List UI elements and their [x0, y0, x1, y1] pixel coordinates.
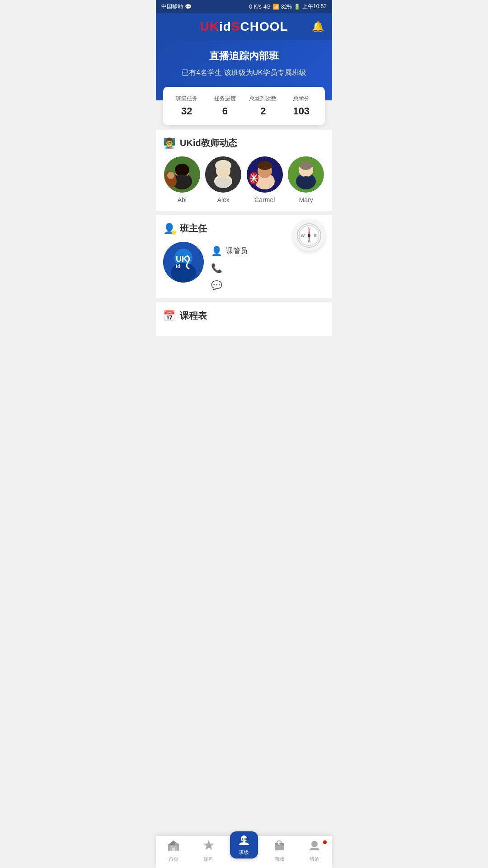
status-left: 中国移动 💬: [161, 3, 192, 10]
teacher-name-alex: Alex: [217, 196, 230, 203]
teacher-avatar-mary: [288, 156, 324, 193]
stat-class-tasks-label: 班级任务: [168, 95, 206, 103]
svg-point-34: [308, 234, 310, 237]
stat-checkin-count: 总签到次数 2: [244, 95, 282, 117]
logo-uk: UK: [200, 19, 219, 33]
class-teacher-title: 班主任: [180, 222, 207, 235]
app-logo: UKidSCHOOL: [200, 19, 288, 34]
course-section: 📅 课程表: [156, 302, 332, 336]
svg-point-26: [297, 176, 315, 189]
status-bar: 中国移动 💬 0 K/s 4G 📶 82% 🔋 上午10:53: [156, 0, 332, 13]
app-header: UKidSCHOOL 🔔: [156, 13, 332, 40]
svg-text:UK: UK: [176, 255, 188, 264]
svg-point-37: [171, 263, 196, 283]
stat-checkin-count-value: 2: [244, 105, 282, 117]
teacher-phone-row[interactable]: 📞: [211, 263, 248, 274]
teacher-item-carmel[interactable]: Carmel: [247, 156, 283, 203]
logo-chool: CHOOL: [240, 19, 288, 33]
stat-class-tasks-value: 32: [168, 105, 206, 117]
stat-total-credits-value: 103: [282, 105, 321, 117]
svg-point-21: [258, 161, 272, 170]
teacher-item-alex[interactable]: Alex: [205, 156, 241, 203]
svg-text:E: E: [314, 233, 317, 238]
banner-title: 直播追踪内部班: [165, 49, 323, 63]
stats-card: 班级任务 32 任务进度 6 总签到次数 2 总学分 103: [163, 87, 325, 125]
teacher-avatar-abi: [164, 156, 200, 193]
teacher-section-header: 👨‍🏫 UKid教师动态: [163, 137, 325, 149]
status-right: 0 K/s 4G 📶 82% 🔋 上午10:53: [249, 3, 327, 10]
calendar-icon: 📅: [163, 310, 175, 322]
phone-icon: 📞: [211, 263, 222, 274]
compass-button[interactable]: N E S W: [293, 220, 325, 251]
signal-bars: 📶: [272, 4, 279, 10]
teacher-avatar-alex: [205, 156, 241, 193]
network-label: 4G: [263, 4, 271, 10]
svg-text:id: id: [176, 263, 181, 269]
teacher-grid: Abi Alex: [163, 156, 325, 203]
teacher-contact-info: 👤 课管员 📞 💬: [211, 245, 248, 291]
battery-icon: 🔋: [294, 4, 300, 10]
teacher-name-carmel: Carmel: [254, 196, 275, 203]
teacher-manager-row: 👤 课管员: [211, 245, 248, 256]
teacher-section-title: UKid教师动态: [180, 137, 237, 149]
svg-point-12: [215, 177, 231, 188]
teacher-name-mary: Mary: [299, 196, 313, 203]
svg-point-11: [216, 160, 230, 169]
battery-label: 82%: [281, 4, 292, 10]
course-section-header: 📅 课程表: [163, 310, 325, 322]
svg-point-3: [175, 164, 189, 176]
wechat-icon: 💬: [211, 280, 222, 291]
manager-icon: 👤: [211, 245, 222, 256]
time-label: 上午10:53: [302, 3, 327, 10]
stat-total-credits-label: 总学分: [282, 95, 321, 103]
notification-bell-button[interactable]: 🔔: [312, 21, 324, 33]
logo-s: S: [231, 19, 240, 33]
svg-text:W: W: [301, 233, 305, 238]
stat-checkin-count-label: 总签到次数: [244, 95, 282, 103]
carrier-label: 中国移动: [161, 3, 183, 10]
compass-icon: N E S W: [297, 223, 321, 248]
logo-id: id: [219, 19, 231, 33]
teacher-avatar-carmel: [247, 156, 283, 193]
stat-task-progress-label: 任务进度: [206, 95, 244, 103]
teacher-name-abi: Abi: [178, 196, 187, 203]
stat-task-progress-value: 6: [206, 105, 244, 117]
teacher-item-abi[interactable]: Abi: [164, 156, 200, 203]
teacher-big-avatar[interactable]: UK id: [163, 242, 204, 283]
teacher-section-icon: 👨‍🏫: [163, 137, 175, 149]
class-teacher-section: 👤 ⭐ 班主任 N E S W: [156, 215, 332, 298]
stat-task-progress: 任务进度 6: [206, 95, 244, 117]
course-section-title: 课程表: [180, 310, 207, 322]
stat-class-tasks: 班级任务 32: [168, 95, 206, 117]
svg-point-25: [300, 161, 312, 170]
manager-label: 课管员: [226, 246, 248, 256]
teacher-item-mary[interactable]: Mary: [288, 156, 324, 203]
teacher-section: 👨‍🏫 UKid教师动态: [156, 130, 332, 211]
speed-label: 0 K/s: [249, 4, 262, 10]
teacher-wechat-row[interactable]: 💬: [211, 280, 248, 291]
stat-total-credits: 总学分 103: [282, 95, 321, 117]
signal-bubble: 💬: [185, 4, 192, 10]
class-teacher-icon: 👤 ⭐: [163, 223, 175, 235]
banner-subtitle: 已有4名学生 该班级为UK学员专属班级: [165, 68, 323, 78]
svg-point-6: [167, 172, 174, 179]
